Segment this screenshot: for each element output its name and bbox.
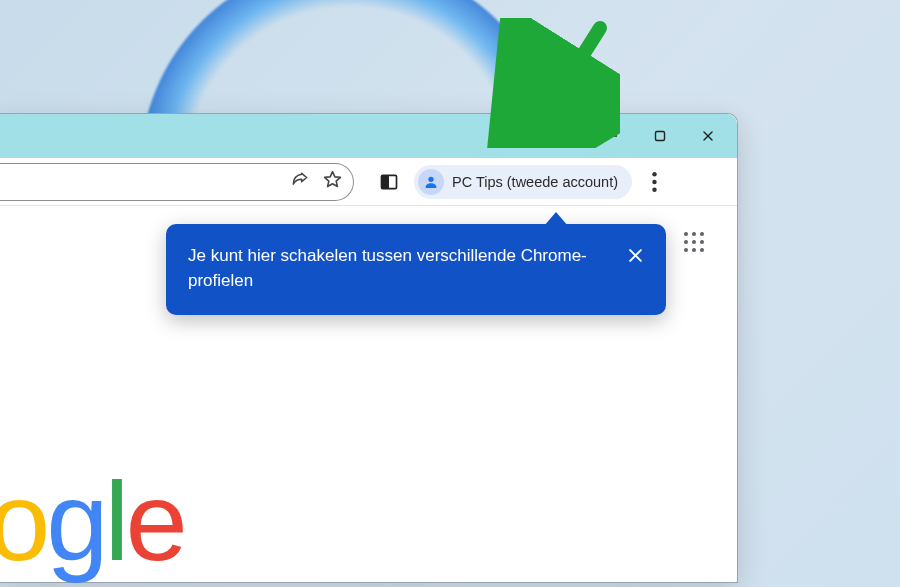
side-panel-button[interactable] [372, 165, 406, 199]
profile-switcher-button[interactable]: PC Tips (tweede account) [414, 165, 632, 199]
close-button[interactable] [685, 117, 731, 155]
window-titlebar [0, 114, 737, 158]
svg-point-8 [652, 172, 656, 176]
logo-letter: g [46, 459, 104, 584]
browser-toolbar: PC Tips (tweede account) [0, 158, 737, 206]
svg-point-10 [652, 187, 656, 191]
google-logo-partial: ogle [0, 457, 184, 586]
chrome-menu-button[interactable] [638, 165, 670, 199]
logo-letter: l [105, 459, 126, 584]
bookmark-star-icon[interactable] [322, 169, 343, 194]
svg-rect-6 [382, 175, 390, 188]
google-apps-button[interactable] [684, 232, 706, 254]
tooltip-close-button[interactable] [624, 244, 646, 266]
profile-avatar-icon [418, 169, 444, 195]
profile-switch-tooltip: Je kunt hier schakelen tussen verschille… [166, 224, 666, 315]
logo-letter: e [125, 459, 183, 584]
address-bar[interactable] [0, 163, 354, 201]
svg-rect-1 [656, 132, 665, 141]
svg-point-7 [428, 176, 433, 181]
tab-search-chevron[interactable] [493, 119, 527, 153]
profile-name-label: PC Tips (tweede account) [452, 174, 618, 190]
maximize-button[interactable] [637, 117, 683, 155]
svg-point-9 [652, 179, 656, 183]
svg-marker-4 [325, 172, 341, 187]
share-icon[interactable] [290, 170, 310, 194]
minimize-button[interactable] [589, 117, 635, 155]
tooltip-text: Je kunt hier schakelen tussen verschille… [188, 244, 610, 293]
svg-line-14 [540, 28, 600, 123]
logo-letter: o [0, 459, 46, 584]
browser-window: PC Tips (tweede account) Je kunt hier sc… [0, 113, 738, 583]
